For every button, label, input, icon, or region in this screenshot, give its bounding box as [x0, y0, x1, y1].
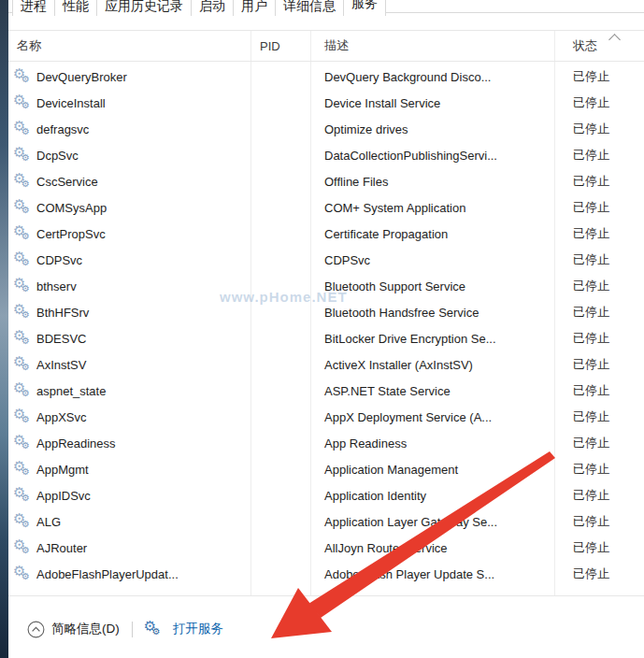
table-row[interactable]: ⚙⚙ALGApplication Layer Gateway Se...已停止: [8, 508, 644, 535]
service-status: 已停止: [554, 356, 644, 373]
service-status: 已停止: [554, 173, 644, 190]
table-row[interactable]: ⚙⚙defragsvcOptimize drives已停止: [8, 116, 644, 142]
tab-label: 详细信息: [283, 0, 336, 15]
service-name: DcpSvc: [36, 149, 79, 163]
service-status: 已停止: [554, 121, 644, 137]
tab-4[interactable]: 启动: [191, 0, 234, 16]
service-gear-icon: ⚙⚙: [13, 408, 32, 426]
service-description: Certificate Propagation: [310, 227, 554, 241]
service-status: 已停止: [554, 278, 644, 294]
service-description: BitLocker Drive Encryption Se...: [310, 332, 554, 346]
service-description: Offline Files: [310, 175, 554, 189]
table-row[interactable]: ⚙⚙AxInstSVActiveX Installer (AxInstSV)已停…: [8, 351, 644, 378]
table-header: 名称 PID 描述 状态: [8, 31, 644, 62]
open-services-link[interactable]: ⚙⚙ 打开服务: [144, 620, 223, 638]
service-status: 已停止: [554, 330, 644, 347]
column-header-status[interactable]: 状态: [554, 37, 644, 54]
table-row[interactable]: ⚙⚙BDESVCBitLocker Drive Encryption Se...…: [8, 325, 644, 351]
service-name: BDESVC: [36, 332, 86, 346]
service-gear-icon: ⚙⚙: [13, 565, 32, 583]
service-gear-icon: ⚙⚙: [13, 329, 32, 348]
watermark: www.pHome.NET: [220, 289, 348, 305]
service-status: 已停止: [554, 539, 644, 556]
service-gear-icon: ⚙⚙: [13, 93, 32, 112]
tab-label: 服务: [351, 0, 378, 12]
service-name: AdobeFlashPlayerUpdat...: [36, 567, 179, 581]
tab-6[interactable]: 详细信息: [275, 0, 344, 16]
service-status: 已停止: [554, 225, 644, 242]
table-row[interactable]: ⚙⚙DcpSvcDataCollectionPublishingServi...…: [8, 142, 644, 168]
column-header-pid[interactable]: PID: [250, 39, 310, 53]
service-status: 已停止: [554, 487, 644, 504]
service-status: 已停止: [554, 94, 644, 111]
service-gear-icon: ⚙⚙: [13, 512, 32, 531]
tab-label: 应用历史记录: [105, 0, 183, 15]
tab-label: 启动: [199, 0, 225, 15]
service-gear-icon: ⚙⚙: [13, 224, 32, 243]
service-gear-icon: ⚙⚙: [13, 355, 32, 374]
service-gear-icon: ⚙⚙: [13, 460, 32, 479]
table-row[interactable]: ⚙⚙CDPSvcCDPSvc已停止: [8, 247, 644, 273]
table-row[interactable]: ⚙⚙AdobeFlashPlayerUpdat...Adobe Flash Pl…: [8, 561, 644, 587]
tab-label: 进程: [21, 0, 47, 15]
tab-label: 用户: [241, 0, 267, 15]
tab-5[interactable]: 用户: [233, 0, 276, 16]
service-description: Bluetooth Handsfree Service: [310, 306, 554, 320]
service-gear-icon: ⚙⚙: [13, 250, 32, 269]
tab-3[interactable]: 应用历史记录: [96, 0, 192, 16]
tab-2[interactable]: 性能: [54, 0, 97, 16]
table-row[interactable]: ⚙⚙AppMgmtApplication Management已停止: [8, 456, 644, 482]
service-status: 已停止: [554, 382, 644, 399]
service-gear-icon: ⚙⚙: [13, 67, 32, 86]
service-description: COM+ System Application: [310, 201, 554, 215]
service-description: ActiveX Installer (AxInstSV): [310, 358, 554, 372]
details-toggle-label: 简略信息(D): [51, 621, 120, 637]
details-toggle-button[interactable]: 简略信息(D): [27, 621, 120, 638]
service-name: AJRouter: [36, 541, 87, 555]
tab-1[interactable]: 进程: [12, 0, 55, 16]
service-gear-icon: ⚙⚙: [13, 381, 32, 400]
table-row[interactable]: ⚙⚙AppReadinessApp Readiness已停止: [8, 430, 644, 456]
service-status: 已停止: [554, 461, 644, 478]
service-description: Application Management: [310, 463, 554, 477]
service-name: AppMgmt: [36, 463, 89, 477]
service-status: 已停止: [554, 435, 644, 451]
service-gear-icon: ⚙⚙: [13, 146, 32, 164]
tab-7[interactable]: 服务: [343, 0, 386, 16]
service-description: CDPSvc: [310, 253, 554, 267]
service-gear-icon: ⚙⚙: [13, 538, 32, 557]
service-status: 已停止: [554, 251, 644, 268]
service-name: BthHFSrv: [36, 306, 89, 320]
service-name: DevQueryBroker: [36, 70, 127, 84]
table-row[interactable]: ⚙⚙CertPropSvcCertificate Propagation已停止: [8, 221, 644, 247]
table-row[interactable]: ⚙⚙DevQueryBrokerDevQuery Background Disc…: [8, 64, 644, 90]
table-row[interactable]: ⚙⚙aspnet_stateASP.NET State Service已停止: [8, 378, 644, 404]
service-name: AppIDSvc: [36, 489, 91, 503]
table-row[interactable]: ⚙⚙AJRouterAllJoyn Router Service已停止: [8, 535, 644, 561]
table-row[interactable]: ⚙⚙CscServiceOffline Files已停止: [8, 168, 644, 194]
service-description: App Readiness: [310, 436, 554, 451]
service-description: Application Layer Gateway Se...: [310, 515, 554, 529]
table-row[interactable]: ⚙⚙COMSysAppCOM+ System Application已停止: [8, 194, 644, 221]
service-description: Device Install Service: [310, 96, 554, 110]
service-gear-icon: ⚙⚙: [13, 486, 32, 505]
service-description: DevQuery Background Disco...: [310, 70, 554, 84]
table-row[interactable]: ⚙⚙AppXSvcAppX Deployment Service (A...已停…: [8, 404, 644, 430]
chevron-up-circle-icon: [27, 621, 45, 638]
desktop-edge-strip: [0, 0, 8, 658]
services-table: 名称 PID 描述 状态 ⚙⚙DevQueryBrokerDevQuery Ba…: [8, 30, 644, 596]
service-status: 已停止: [554, 513, 644, 530]
service-description: Optimize drives: [310, 122, 554, 136]
table-row[interactable]: ⚙⚙AppIDSvcApplication Identity已停止: [8, 482, 644, 508]
footer-bar: 简略信息(D) ⚙⚙ 打开服务: [8, 597, 644, 658]
service-name: CscService: [36, 175, 98, 189]
column-header-name[interactable]: 名称: [8, 37, 250, 54]
table-row[interactable]: ⚙⚙DeviceInstallDevice Install Service已停止: [8, 90, 644, 116]
service-status: 已停止: [554, 199, 644, 216]
service-status: 已停止: [554, 408, 644, 425]
column-header-desc[interactable]: 描述: [310, 37, 554, 54]
service-gear-icon: ⚙⚙: [13, 172, 32, 191]
service-status: 已停止: [554, 304, 644, 321]
service-description: DataCollectionPublishingServi...: [310, 149, 554, 163]
tab-label: 性能: [63, 0, 89, 15]
